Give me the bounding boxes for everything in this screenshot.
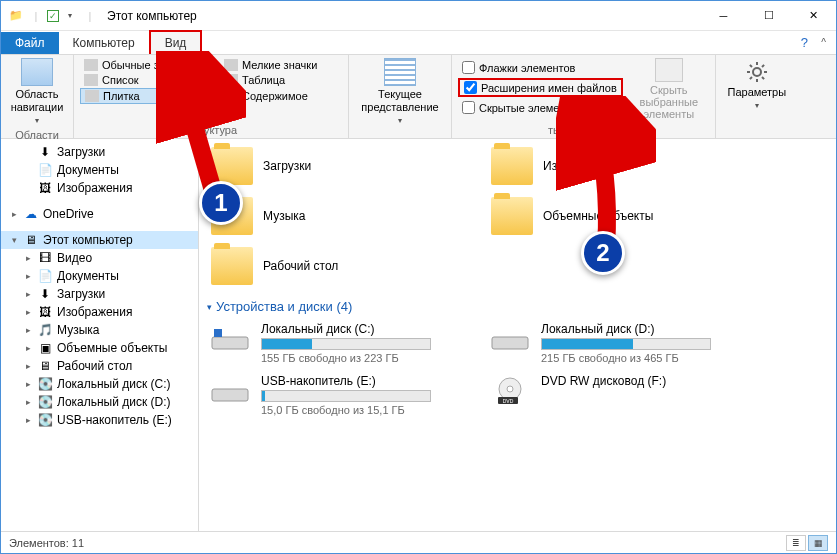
usage-bar — [261, 390, 431, 402]
tree-this-pc[interactable]: ▾🖥Этот компьютер — [1, 231, 198, 249]
layout-tiles[interactable]: Плитка — [80, 88, 212, 104]
tree-3d-objects[interactable]: ▸▣Объемные объекты — [1, 339, 198, 357]
hdd-icon — [209, 322, 251, 356]
maximize-button[interactable]: ☐ — [746, 1, 791, 30]
drive-item-e[interactable]: USB-накопитель (E:)15,0 ГБ свободно из 1… — [207, 372, 467, 418]
group-label-layout: Структура — [80, 122, 342, 138]
hide-selected-button[interactable]: Скрыть выбранные элементы — [629, 58, 709, 120]
tree-pictures-2[interactable]: ▸🖼Изображения — [1, 303, 198, 321]
layout-table[interactable]: Таблица — [220, 73, 342, 87]
tree-desktop[interactable]: ▸🖥Рабочий стол — [1, 357, 198, 375]
hide-selected-label: Скрыть выбранные элементы — [629, 84, 709, 120]
collapse-ribbon-icon[interactable]: ^ — [821, 37, 826, 48]
layout-list[interactable]: Список — [80, 73, 212, 87]
tree-videos[interactable]: ▸🎞Видео — [1, 249, 198, 267]
ribbon: Область навигации ▾ Области Обычные знач… — [1, 55, 836, 139]
view-mode-buttons: ≣ ▦ — [786, 535, 828, 551]
cube-icon: ▣ — [37, 341, 53, 355]
ribbon-group-layout: Обычные значки Мелкие значки Список Табл… — [74, 55, 349, 138]
folder-icon — [491, 147, 533, 185]
svg-rect-3 — [492, 337, 528, 349]
ribbon-group-show-hide: Флажки элементов Расширения имен файлов … — [452, 55, 716, 138]
svg-point-6 — [507, 386, 513, 392]
current-view-button[interactable]: Текущее представление ▾ — [355, 58, 445, 127]
tree-usb-e[interactable]: ▸💽USB-накопитель (E:) — [1, 411, 198, 429]
dvd-icon: DVD — [489, 374, 531, 408]
usb-icon: 💽 — [37, 413, 53, 427]
chevron-right-icon[interactable]: ▸ — [9, 209, 19, 219]
minimize-button[interactable]: ─ — [701, 1, 746, 30]
check-item-checkboxes[interactable]: Флажки элементов — [458, 60, 623, 75]
current-view-icon — [384, 58, 416, 86]
video-icon: 🎞 — [37, 251, 53, 265]
chevron-down-icon[interactable]: ▾ — [9, 235, 19, 245]
checkbox-item-checkboxes[interactable] — [462, 61, 475, 74]
parameters-button[interactable]: Параметры ▾ — [722, 58, 792, 112]
close-button[interactable]: ✕ — [791, 1, 836, 30]
tiles-view-button[interactable]: ▦ — [808, 535, 828, 551]
qat-dropdown-icon[interactable]: ▾ — [61, 7, 79, 25]
tab-file[interactable]: Файл — [1, 32, 59, 54]
drive-item-d[interactable]: Локальный диск (D:)215 ГБ свободно из 46… — [487, 320, 747, 366]
tree-documents[interactable]: 📄Документы — [1, 161, 198, 179]
svg-rect-4 — [212, 389, 248, 401]
navigation-pane-button[interactable]: Область навигации ▾ — [7, 58, 67, 127]
details-view-button[interactable]: ≣ — [786, 535, 806, 551]
quick-access-toolbar: 📁 | ✓ ▾ | — [7, 7, 99, 25]
drive-item-f[interactable]: DVD DVD RW дисковод (F:) — [487, 372, 747, 418]
folder-item[interactable]: Изображения — [487, 143, 747, 189]
explorer-icon: 📁 — [7, 7, 25, 25]
folder-item[interactable]: Объемные объекты — [487, 193, 747, 239]
content-pane[interactable]: Загрузки Изображения Музыка Объемные объ… — [199, 139, 836, 531]
folder-icon — [211, 147, 253, 185]
drives-grid: Локальный диск (C:)155 ГБ свободно из 22… — [207, 320, 828, 418]
svg-rect-2 — [214, 329, 222, 337]
qat-separator2: | — [81, 7, 99, 25]
picture-icon: 🖼 — [37, 181, 53, 195]
check-file-extensions[interactable]: Расширения имен файлов — [458, 78, 623, 97]
chevron-down-icon: ▾ — [207, 302, 212, 312]
tree-music[interactable]: ▸🎵Музыка — [1, 321, 198, 339]
usb-drive-icon — [209, 374, 251, 408]
table-icon — [224, 74, 238, 86]
ribbon-group-parameters: Параметры ▾ — [716, 55, 798, 138]
tree-onedrive[interactable]: ▸☁OneDrive — [1, 205, 198, 223]
qat-checkbox-icon[interactable]: ✓ — [47, 10, 59, 22]
current-view-label: Текущее представление — [355, 88, 445, 114]
tree-pictures[interactable]: 🖼Изображения — [1, 179, 198, 197]
folder-item[interactable]: Загрузки — [207, 143, 467, 189]
check-hidden-items[interactable]: Скрытые элементы — [458, 100, 623, 115]
navigation-tree[interactable]: ⬇Загрузки 📄Документы 🖼Изображения ▸☁OneD… — [1, 139, 199, 531]
drives-section-header[interactable]: ▾Устройства и диски (4) — [207, 299, 828, 314]
help-icon[interactable]: ? — [801, 35, 808, 50]
layout-options: Обычные значки Мелкие значки Список Табл… — [80, 58, 342, 104]
tree-local-c[interactable]: ▸💽Локальный диск (C:) — [1, 375, 198, 393]
list-icon — [84, 74, 98, 86]
desktop-icon: 🖥 — [37, 359, 53, 373]
layout-small-icons[interactable]: Мелкие значки — [220, 58, 342, 72]
cloud-icon: ☁ — [23, 207, 39, 221]
tree-local-d[interactable]: ▸💽Локальный диск (D:) — [1, 393, 198, 411]
normal-icons-icon — [84, 59, 98, 71]
window-title: Этот компьютер — [107, 9, 197, 23]
drive-item-c[interactable]: Локальный диск (C:)155 ГБ свободно из 22… — [207, 320, 467, 366]
folder-icon — [211, 247, 253, 285]
show-hide-checks: Флажки элементов Расширения имен файлов … — [458, 58, 623, 120]
folder-item[interactable]: Рабочий стол — [207, 243, 467, 289]
checkbox-file-extensions[interactable] — [464, 81, 477, 94]
tree-downloads[interactable]: ⬇Загрузки — [1, 143, 198, 161]
music-icon: 🎵 — [37, 323, 53, 337]
group-label-show-hide: ть или скрыть — [458, 122, 709, 138]
tree-downloads-2[interactable]: ▸⬇Загрузки — [1, 285, 198, 303]
download-icon: ⬇ — [37, 287, 53, 301]
checkbox-hidden-items[interactable] — [462, 101, 475, 114]
titlebar: 📁 | ✓ ▾ | Этот компьютер ─ ☐ ✕ — [1, 1, 836, 31]
folder-item[interactable]: Музыка — [207, 193, 467, 239]
tree-documents-2[interactable]: ▸📄Документы — [1, 267, 198, 285]
layout-normal-icons[interactable]: Обычные значки — [80, 58, 212, 72]
navigation-pane-icon — [21, 58, 53, 86]
ribbon-group-current-view: Текущее представление ▾ — [349, 55, 452, 138]
tab-view[interactable]: Вид — [149, 30, 203, 54]
tab-computer[interactable]: Компьютер — [59, 32, 149, 54]
layout-content[interactable]: Содержимое — [220, 88, 342, 104]
